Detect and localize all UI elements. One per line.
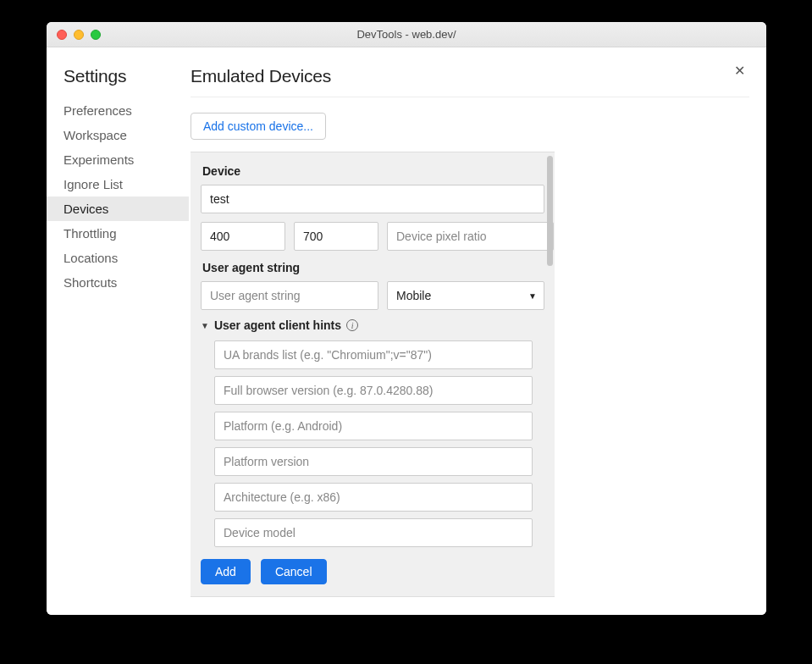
close-window-button[interactable]: [57, 30, 67, 40]
user-agent-type-select[interactable]: Mobile ▼: [387, 281, 544, 310]
sidebar-item-locations[interactable]: Locations: [47, 246, 189, 270]
device-name-input[interactable]: [201, 185, 544, 213]
minimize-window-button[interactable]: [74, 30, 84, 40]
app-window: DevTools - web.dev/ ✕ Settings Preferenc…: [47, 22, 766, 615]
ua-section-label: User agent string: [202, 261, 544, 274]
sidebar-item-preferences[interactable]: Preferences: [47, 98, 189, 123]
ua-platform-input[interactable]: [214, 412, 533, 440]
ua-full-version-input[interactable]: [214, 376, 533, 405]
settings-sidebar: Settings Preferences Workspace Experimen…: [64, 47, 172, 615]
user-agent-string-input[interactable]: [201, 281, 378, 310]
ua-brands-input[interactable]: [214, 340, 533, 369]
sidebar-item-ignore-list[interactable]: Ignore List: [47, 172, 189, 196]
ua-client-hints-toggle[interactable]: ▼ User agent client hints i: [201, 318, 544, 332]
device-pixel-ratio-input[interactable]: [387, 222, 554, 251]
info-icon[interactable]: i: [346, 319, 358, 331]
ua-client-hints-label: User agent client hints: [214, 318, 341, 332]
add-custom-device-button[interactable]: Add custom device...: [191, 113, 326, 140]
sidebar-item-shortcuts[interactable]: Shortcuts: [47, 270, 189, 295]
sidebar-item-experiments[interactable]: Experiments: [47, 147, 189, 172]
maximize-window-button[interactable]: [91, 30, 101, 40]
sidebar-item-devices[interactable]: Devices: [47, 196, 189, 221]
sidebar-item-workspace[interactable]: Workspace: [47, 123, 189, 147]
device-editor: Device User agent string Mobile: [191, 152, 555, 597]
cancel-button[interactable]: Cancel: [261, 559, 327, 584]
ua-client-hints-fields: [201, 340, 544, 547]
sidebar-item-throttling[interactable]: Throttling: [47, 221, 189, 246]
device-height-input[interactable]: [294, 222, 378, 251]
triangle-down-icon: ▼: [201, 321, 209, 330]
settings-title: Settings: [64, 66, 172, 86]
window-title: DevTools - web.dev/: [47, 28, 766, 41]
ua-architecture-input[interactable]: [214, 483, 533, 512]
user-agent-type-value: Mobile: [396, 289, 431, 302]
traffic-lights: [57, 30, 101, 40]
device-section-label: Device: [202, 164, 544, 178]
ua-device-model-input[interactable]: [214, 518, 533, 547]
page-title: Emulated Devices: [191, 66, 749, 97]
chevron-down-icon: ▼: [528, 291, 537, 301]
device-width-input[interactable]: [201, 222, 285, 251]
add-button[interactable]: Add: [201, 559, 251, 584]
titlebar: DevTools - web.dev/: [47, 22, 766, 47]
ua-platform-version-input[interactable]: [214, 447, 533, 476]
scrollbar[interactable]: [547, 156, 553, 266]
close-icon[interactable]: ✕: [734, 64, 745, 78]
main-panel: Emulated Devices Add custom device... De…: [172, 47, 749, 615]
